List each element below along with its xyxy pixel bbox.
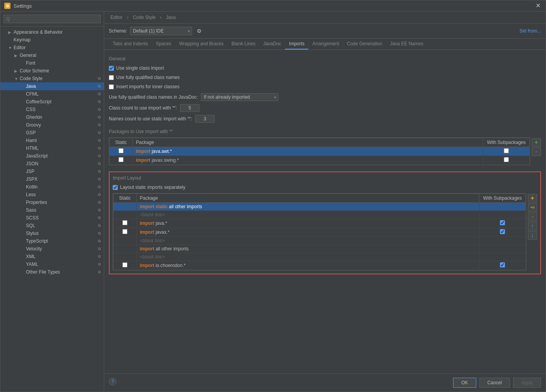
- import-layout-table-buttons: + +n − ↑ ↓: [528, 193, 537, 270]
- static-cell: [113, 203, 137, 211]
- sidebar-item-css[interactable]: CSS ⧉: [0, 106, 104, 113]
- sidebar-item-editor[interactable]: ▼ Editor: [0, 44, 104, 51]
- use-single-class-row: Use single class import: [109, 65, 541, 72]
- javadoc-select[interactable]: If not already imported Always Never: [201, 93, 278, 101]
- table-row[interactable]: import java.awt.*: [110, 147, 530, 156]
- apply-button[interactable]: Apply: [513, 378, 541, 388]
- table-row[interactable]: <blank line>: [113, 211, 526, 219]
- sidebar-item-groovy[interactable]: Groovy ⧉: [0, 121, 104, 129]
- ok-button[interactable]: OK: [453, 378, 476, 388]
- sidebar-item-jsp[interactable]: JSP ⧉: [0, 168, 104, 175]
- packages-table: Static Package With Subpackages import j…: [109, 138, 530, 165]
- sidebar-item-html[interactable]: HTML ⧉: [0, 144, 104, 152]
- sidebar-item-xml[interactable]: XML ⧉: [0, 253, 104, 260]
- sidebar-item-cfml[interactable]: CFML ⧉: [0, 90, 104, 98]
- add-package-button[interactable]: +: [532, 138, 541, 147]
- sidebar-item-general[interactable]: ▶ General: [0, 51, 104, 59]
- tab-blank-lines[interactable]: Blank Lines: [228, 39, 259, 50]
- sidebar-item-java[interactable]: Java ⧉: [0, 82, 104, 90]
- table-row[interactable]: import io.choerodon.*: [113, 261, 526, 270]
- subpackages-checkbox[interactable]: [504, 148, 509, 153]
- sidebar-item-kotlin[interactable]: Kotlin ⧉: [0, 183, 104, 191]
- set-from-link[interactable]: Set from...: [520, 28, 541, 34]
- sidebar-item-gsp[interactable]: GSP ⧉: [0, 129, 104, 137]
- table-row[interactable]: import all other imports: [113, 245, 526, 253]
- sidebar-item-code-style[interactable]: ▼ Code Style ⧉: [0, 75, 104, 82]
- table-row[interactable]: <blank line>: [113, 237, 526, 245]
- sidebar-item-font[interactable]: Font: [0, 59, 104, 67]
- tab-wrapping[interactable]: Wrapping and Braces: [175, 39, 227, 50]
- sidebar-item-stylus[interactable]: Stylus ⧉: [0, 229, 104, 237]
- subpackages-checkbox[interactable]: [504, 157, 509, 162]
- import-layout-table-area: Static Package With Subpackages: [113, 193, 537, 270]
- class-count-input[interactable]: 5: [180, 104, 199, 112]
- sidebar-item-javascript[interactable]: JavaScript ⧉: [0, 152, 104, 160]
- keyword-span: import: [136, 149, 152, 154]
- cancel-button[interactable]: Cancel: [479, 378, 510, 388]
- static-checkbox[interactable]: [122, 220, 127, 225]
- subpackages-checkbox[interactable]: [500, 220, 505, 225]
- copy-icon: ⧉: [98, 146, 101, 151]
- static-checkbox[interactable]: [122, 262, 127, 267]
- sidebar-item-jspx[interactable]: JSPX ⧉: [0, 175, 104, 183]
- tab-arrangement[interactable]: Arrangement: [308, 39, 343, 50]
- scheme-select[interactable]: Default (1) IDE: [130, 27, 192, 35]
- table-row[interactable]: <blank line>: [113, 253, 526, 261]
- tab-code-generation[interactable]: Code Generation: [343, 39, 386, 50]
- sidebar-item-appearance[interactable]: ▶ Appearance & Behavior: [0, 28, 104, 36]
- insert-imports-inner-checkbox[interactable]: [109, 84, 114, 89]
- copy-icon: ⧉: [98, 200, 101, 205]
- add-import-n-button[interactable]: +n: [528, 203, 537, 212]
- up-import-button[interactable]: ↑: [528, 222, 537, 230]
- sidebar-item-haml[interactable]: Haml ⧉: [0, 137, 104, 144]
- static-checkbox[interactable]: [118, 148, 124, 153]
- tab-imports[interactable]: Imports: [285, 39, 308, 50]
- help-button[interactable]: ?: [109, 378, 117, 385]
- subpackages-cell: [479, 261, 526, 270]
- sidebar-item-sql[interactable]: SQL ⧉: [0, 222, 104, 229]
- sidebar-item-keymap[interactable]: Keymap: [0, 36, 104, 44]
- packages-table-buttons: + −: [532, 137, 541, 165]
- tab-tabs-indents[interactable]: Tabs and Indents: [109, 39, 152, 50]
- sidebar-item-less[interactable]: Less ⧉: [0, 191, 104, 199]
- sidebar-item-label: Velocity: [26, 246, 42, 252]
- layout-static-checkbox[interactable]: [113, 185, 118, 190]
- classname-span: javax.swing.*: [152, 157, 179, 163]
- names-count-input[interactable]: 3: [195, 115, 215, 123]
- table-row[interactable]: import javax.*: [113, 228, 526, 237]
- subpackages-checkbox[interactable]: [500, 262, 505, 267]
- sidebar-item-velocity[interactable]: Velocity ⧉: [0, 245, 104, 253]
- tab-java-ee-names[interactable]: Java EE Names: [386, 39, 427, 50]
- static-checkbox[interactable]: [118, 157, 124, 162]
- subpackages-checkbox[interactable]: [500, 229, 505, 234]
- sidebar-item-properties[interactable]: Properties ⧉: [0, 199, 104, 206]
- tab-spaces[interactable]: Spaces: [152, 39, 175, 50]
- sidebar-item-label: TypeScript: [26, 238, 48, 244]
- table-row[interactable]: import javax.swing.*: [110, 156, 530, 165]
- static-checkbox[interactable]: [122, 229, 127, 234]
- remove-package-button[interactable]: −: [532, 147, 541, 156]
- arrow-icon: ▼: [8, 46, 12, 50]
- use-fully-qualified-checkbox[interactable]: [109, 75, 114, 80]
- sidebar-item-color-scheme[interactable]: ▶ Color Scheme: [0, 67, 104, 75]
- sidebar-item-gherkin[interactable]: Gherkin ⧉: [0, 113, 104, 121]
- sidebar-item-json[interactable]: JSON ⧉: [0, 160, 104, 168]
- tab-javadoc[interactable]: JavaDoc: [259, 39, 285, 50]
- sidebar-item-scss[interactable]: SCSS ⧉: [0, 214, 104, 222]
- use-single-class-checkbox[interactable]: [109, 66, 114, 71]
- sidebar-item-yaml[interactable]: YAML ⧉: [0, 260, 104, 268]
- sidebar-item-sass[interactable]: Sass ⧉: [0, 206, 104, 214]
- sidebar-item-typescript[interactable]: TypeScript ⧉: [0, 237, 104, 245]
- remove-import-button[interactable]: −: [528, 212, 537, 221]
- scheme-gear-button[interactable]: ⚙: [195, 27, 203, 35]
- packages-table-header: Static Package With Subpackages: [110, 138, 530, 147]
- close-button[interactable]: ✕: [536, 3, 542, 9]
- table-row[interactable]: import java.*: [113, 219, 526, 228]
- sidebar-item-coffeescript[interactable]: CoffeeScript ⧉: [0, 98, 104, 106]
- down-import-button[interactable]: ↓: [528, 231, 537, 240]
- add-import-button[interactable]: +: [528, 194, 537, 202]
- sidebar-item-label: SCSS: [26, 215, 39, 221]
- sidebar-item-other-file-types[interactable]: Other File Types ⧉: [0, 268, 104, 276]
- search-input[interactable]: [3, 15, 101, 23]
- table-row[interactable]: import static all other imports: [113, 203, 526, 211]
